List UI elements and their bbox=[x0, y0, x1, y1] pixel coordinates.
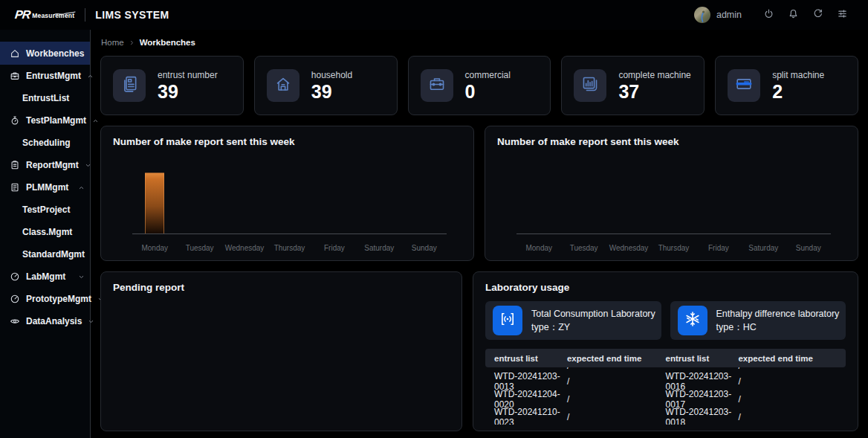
breadcrumb-current: Workbenches bbox=[140, 38, 195, 47]
stat-label: household bbox=[311, 70, 352, 80]
sidebar-item-entrustmgmt[interactable]: EntrustMgmt bbox=[0, 65, 90, 87]
expected-end-time-cell: / bbox=[738, 376, 837, 387]
sidebar-item-dataanalysis[interactable]: DataAnalysis bbox=[0, 310, 90, 332]
clipboard-icon bbox=[10, 160, 20, 170]
sidebar-item-reportmgmt[interactable]: ReportMgmt bbox=[0, 154, 90, 176]
sidebar-item-label: DataAnalysis bbox=[26, 316, 82, 326]
header-actions bbox=[757, 4, 855, 25]
sidebar-item-label: Class.Mgmt bbox=[22, 227, 72, 237]
chart-slot-sunday bbox=[402, 156, 447, 234]
sidebar-item-scheduling[interactable]: Scheduling bbox=[0, 132, 90, 154]
bottom-row: Pending report Laboratory usage Total Co… bbox=[100, 271, 858, 431]
stat-card-household: household39 bbox=[254, 56, 398, 115]
stat-label: split machine bbox=[772, 70, 824, 80]
report-chart-panel-left: Number of make report sent this week Mon… bbox=[100, 126, 474, 261]
sidebar-item-label: TestProject bbox=[22, 204, 70, 215]
chart-slot-monday bbox=[516, 156, 561, 234]
sidebar-item-prototypemgmt[interactable]: PrototypeMgmt bbox=[0, 288, 90, 310]
entrust-id-cell: WTD-20241203-0018 bbox=[665, 407, 738, 425]
stat-text: household39 bbox=[311, 70, 352, 101]
chevron-right-icon bbox=[129, 39, 135, 46]
lab-table-row: WTD-20241204-0020/WTD-20241203-0017/ bbox=[485, 389, 846, 407]
stat-value: 2 bbox=[772, 83, 824, 101]
x-tick-label: Tuesday bbox=[561, 244, 606, 252]
eye-icon bbox=[10, 316, 20, 326]
chart-slot-tuesday bbox=[177, 156, 221, 234]
sidebar-item-testplanmgmt[interactable]: TestPlanMgmt bbox=[0, 109, 90, 132]
stat-label: commercial bbox=[465, 70, 511, 80]
stat-label: complete machine bbox=[618, 70, 690, 80]
chart-plot bbox=[132, 156, 447, 234]
sidebar-item-label: TestPlanMgmt bbox=[26, 115, 86, 126]
lab-type: type：ZY bbox=[531, 321, 655, 334]
panel-title: Laboratory usage bbox=[485, 282, 846, 293]
stat-icon-tile bbox=[728, 69, 760, 102]
main-content: Home Workbenches entrust number39househo… bbox=[91, 30, 868, 438]
gauge-icon bbox=[10, 271, 20, 282]
report-chart-panel-right: Number of make report sent this week Mon… bbox=[485, 126, 858, 261]
refresh-button[interactable] bbox=[806, 4, 830, 25]
chart-slot-wednesday bbox=[222, 156, 267, 234]
lab-table-header: entrust listexpected end timeentrust lis… bbox=[485, 349, 846, 367]
chevron-up-icon bbox=[78, 184, 85, 191]
lab-cell: / bbox=[738, 367, 837, 371]
lab-column-header: expected end time bbox=[738, 354, 837, 363]
sidebar-item-standardmgmt[interactable]: StandardMgmt bbox=[0, 243, 90, 265]
entrust-id-cell: WTD-20241210-0023 bbox=[494, 407, 567, 425]
page-body: WorkbenchesEntrustMgmtEntrustListTestPla… bbox=[0, 30, 868, 438]
chart-slot-monday bbox=[132, 156, 177, 234]
header-right: admin bbox=[694, 4, 855, 25]
lab-card-text: Enthalpy difference laboratorytype：HC bbox=[716, 307, 840, 334]
sidebar-item-label: PLMMgmt bbox=[26, 182, 68, 193]
sidebar-item-testproject[interactable]: TestProject bbox=[0, 199, 90, 221]
lab-card-total-consumption-laboratory: Total Consumption Laboratorytype：ZY bbox=[485, 301, 661, 340]
stat-card-commercial: commercial0 bbox=[408, 56, 551, 115]
toolbox-icon bbox=[428, 75, 446, 96]
sidebar-item-labmgmt[interactable]: LabMgmt bbox=[0, 265, 90, 288]
chart-slot-friday bbox=[312, 156, 357, 234]
stat-text: complete machine37 bbox=[618, 70, 690, 101]
x-tick-label: Saturday bbox=[741, 244, 786, 252]
x-tick-label: Monday bbox=[132, 244, 177, 252]
sliders-button[interactable] bbox=[830, 4, 855, 25]
refresh-icon bbox=[812, 8, 823, 22]
power-button[interactable] bbox=[757, 4, 781, 25]
lab-column-header: expected end time bbox=[567, 354, 666, 363]
x-tick-label: Tuesday bbox=[177, 244, 221, 252]
stopwatch-icon bbox=[10, 115, 20, 126]
top-header: PR Measurement LIMS SYSTEM admin bbox=[0, 0, 868, 30]
chart-slot-saturday bbox=[357, 156, 401, 234]
user-name[interactable]: admin bbox=[716, 10, 742, 20]
user-avatar[interactable] bbox=[694, 7, 710, 23]
vibration-icon bbox=[499, 310, 516, 331]
pending-report-panel: Pending report bbox=[100, 271, 462, 431]
sidebar-item-label: ReportMgmt bbox=[26, 160, 79, 170]
lab-cell: / bbox=[567, 367, 666, 371]
lab-cards: Total Consumption Laboratorytype：ZYEntha… bbox=[485, 301, 846, 340]
stat-card-split-machine: split machine2 bbox=[715, 56, 858, 115]
lab-card-text: Total Consumption Laboratorytype：ZY bbox=[531, 307, 655, 334]
stats-row: entrust number39household39commercial0co… bbox=[100, 56, 858, 115]
chart-slot-thursday bbox=[267, 156, 311, 234]
sidebar-item-label: StandardMgmt bbox=[22, 249, 85, 260]
lab-type-value: HC bbox=[743, 322, 757, 332]
sidebar-item-entrustlist[interactable]: EntrustList bbox=[0, 87, 90, 109]
sidebar-item-plmmgmt[interactable]: PLMMgmt bbox=[0, 176, 90, 199]
x-tick-label: Friday bbox=[312, 244, 357, 252]
sidebar-item-label: PrototypeMgmt bbox=[26, 294, 91, 304]
chart-plot bbox=[516, 156, 831, 234]
app-title: LIMS SYSTEM bbox=[95, 9, 169, 21]
expected-end-time-cell: / bbox=[738, 412, 837, 422]
gauge-icon bbox=[10, 294, 20, 304]
x-tick-label: Wednesday bbox=[606, 244, 651, 252]
expected-end-time-cell: / bbox=[567, 412, 666, 422]
x-tick-label: Sunday bbox=[402, 244, 447, 252]
stat-icon-tile bbox=[574, 69, 606, 102]
sidebar-item-workbenches[interactable]: Workbenches bbox=[0, 42, 90, 65]
lab-table-rows: //WTD-20241203-0013/WTD-20241203-0016/WT… bbox=[485, 367, 846, 425]
breadcrumb-home[interactable]: Home bbox=[101, 38, 124, 47]
sidebar-item-class-mgmt[interactable]: Class.Mgmt bbox=[0, 221, 90, 243]
lab-type-label: type： bbox=[531, 322, 558, 332]
bell-button[interactable] bbox=[781, 4, 806, 25]
entrust-docs-icon bbox=[120, 75, 138, 96]
